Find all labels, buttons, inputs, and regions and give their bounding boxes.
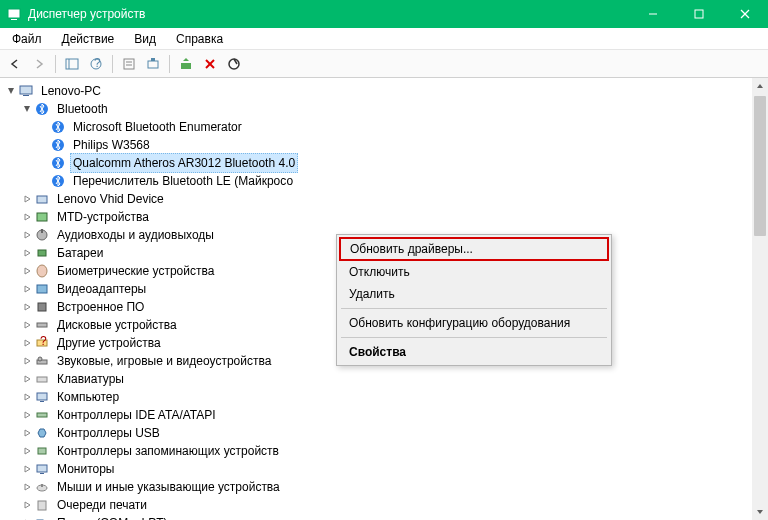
- expand-icon[interactable]: [20, 246, 34, 260]
- device-category-icon: [34, 461, 50, 477]
- context-disable[interactable]: Отключить: [339, 261, 609, 283]
- expand-icon[interactable]: [20, 210, 34, 224]
- scan-button[interactable]: [142, 53, 164, 75]
- tree-label: Видеоадаптеры: [54, 280, 149, 298]
- context-update-drivers[interactable]: Обновить драйверы...: [339, 237, 609, 261]
- tree-category-bluetooth[interactable]: Bluetooth: [2, 100, 766, 118]
- close-button[interactable]: [722, 0, 768, 28]
- tree-category[interactable]: Контроллеры IDE ATA/ATAPI: [2, 406, 766, 424]
- show-tree-button[interactable]: [61, 53, 83, 75]
- collapse-icon[interactable]: [4, 84, 18, 98]
- tree-device[interactable]: Microsoft Bluetooth Enumerator: [2, 118, 766, 136]
- tree-label: Контроллеры USB: [54, 424, 163, 442]
- tree-device-selected[interactable]: Qualcomm Atheros AR3012 Bluetooth 4.0: [2, 154, 766, 172]
- tree-category[interactable]: Мыши и иные указывающие устройства: [2, 478, 766, 496]
- back-button[interactable]: [4, 53, 26, 75]
- context-separator: [341, 308, 607, 309]
- vertical-scrollbar[interactable]: [752, 78, 768, 520]
- device-category-icon: ?: [34, 335, 50, 351]
- tree-category[interactable]: Мониторы: [2, 460, 766, 478]
- tree-category[interactable]: Контроллеры USB: [2, 424, 766, 442]
- tree-label: Контроллеры IDE ATA/ATAPI: [54, 406, 219, 424]
- computer-icon: [18, 83, 34, 99]
- svg-rect-14: [151, 58, 155, 61]
- scroll-thumb[interactable]: [754, 96, 766, 236]
- properties-button[interactable]: [118, 53, 140, 75]
- forward-button[interactable]: [28, 53, 50, 75]
- expand-icon[interactable]: [20, 300, 34, 314]
- update-driver-button[interactable]: [175, 53, 197, 75]
- tree-category[interactable]: Компьютер: [2, 388, 766, 406]
- menu-action[interactable]: Действие: [54, 30, 123, 48]
- expand-icon[interactable]: [20, 480, 34, 494]
- device-category-icon: [34, 281, 50, 297]
- tree-root[interactable]: Lenovo-PC: [2, 82, 766, 100]
- svg-rect-33: [38, 303, 46, 311]
- expand-icon[interactable]: [20, 462, 34, 476]
- svg-rect-32: [37, 285, 47, 293]
- help-toolbar-button[interactable]: ?: [85, 53, 107, 75]
- bluetooth-icon: [50, 155, 66, 171]
- minimize-button[interactable]: [630, 0, 676, 28]
- toolbar-separator: [169, 55, 170, 73]
- menu-file[interactable]: Файл: [4, 30, 50, 48]
- expand-icon[interactable]: [20, 390, 34, 404]
- expand-icon[interactable]: [20, 498, 34, 512]
- device-category-icon: [34, 209, 50, 225]
- svg-rect-48: [38, 501, 46, 510]
- titlebar: Диспетчер устройств: [0, 0, 768, 28]
- collapse-icon[interactable]: [20, 102, 34, 116]
- expand-icon[interactable]: [20, 408, 34, 422]
- scroll-up-icon[interactable]: [752, 78, 768, 94]
- context-remove[interactable]: Удалить: [339, 283, 609, 305]
- bluetooth-icon: [50, 173, 66, 189]
- tree-device[interactable]: Philips W3568: [2, 136, 766, 154]
- expand-icon[interactable]: [20, 228, 34, 242]
- context-scan-hardware[interactable]: Обновить конфигурацию оборудования: [339, 312, 609, 334]
- expand-icon[interactable]: [20, 444, 34, 458]
- disable-button[interactable]: [223, 53, 245, 75]
- device-tree: Lenovo-PC Bluetooth Microsoft Bluetooth …: [0, 78, 768, 520]
- svg-rect-29: [41, 229, 43, 233]
- svg-rect-30: [38, 250, 46, 256]
- device-category-icon: [34, 515, 50, 520]
- expand-icon[interactable]: [20, 318, 34, 332]
- expand-icon[interactable]: [20, 192, 34, 206]
- tree-label: Philips W3568: [70, 136, 153, 154]
- context-properties[interactable]: Свойства: [339, 341, 609, 363]
- device-category-icon: [34, 443, 50, 459]
- tree-category[interactable]: Клавиатуры: [2, 370, 766, 388]
- tree-category[interactable]: MTD-устройства: [2, 208, 766, 226]
- tree-label: Звуковые, игровые и видеоустройства: [54, 352, 274, 370]
- maximize-button[interactable]: [676, 0, 722, 28]
- context-menu: Обновить драйверы... Отключить Удалить О…: [336, 234, 612, 366]
- expand-icon[interactable]: [20, 426, 34, 440]
- svg-rect-26: [37, 196, 47, 203]
- expand-icon[interactable]: [20, 354, 34, 368]
- tree-category[interactable]: Lenovo Vhid Device: [2, 190, 766, 208]
- tree-device[interactable]: Перечислитель Bluetooth LE (Майкросо: [2, 172, 766, 190]
- device-category-icon: [34, 425, 50, 441]
- expand-icon[interactable]: [20, 264, 34, 278]
- tree-label: Qualcomm Atheros AR3012 Bluetooth 4.0: [70, 153, 298, 173]
- svg-text:?: ?: [40, 336, 47, 348]
- menu-view[interactable]: Вид: [126, 30, 164, 48]
- tree-category[interactable]: Порты (COM и LPT): [2, 514, 766, 520]
- uninstall-button[interactable]: [199, 53, 221, 75]
- tree-category[interactable]: Контроллеры запоминающих устройств: [2, 442, 766, 460]
- scroll-down-icon[interactable]: [752, 504, 768, 520]
- svg-rect-1: [11, 19, 17, 20]
- device-category-icon: [34, 299, 50, 315]
- svg-text:?: ?: [94, 57, 101, 70]
- device-category-icon: [34, 407, 50, 423]
- tree-label: Другие устройства: [54, 334, 164, 352]
- expand-icon[interactable]: [20, 282, 34, 296]
- menu-help[interactable]: Справка: [168, 30, 231, 48]
- tree-label: Клавиатуры: [54, 370, 127, 388]
- tree-label: Биометрические устройства: [54, 262, 217, 280]
- tree-category[interactable]: Очереди печати: [2, 496, 766, 514]
- expand-icon[interactable]: [20, 336, 34, 350]
- expand-icon[interactable]: [20, 516, 34, 520]
- expand-icon[interactable]: [20, 372, 34, 386]
- svg-rect-3: [695, 10, 703, 18]
